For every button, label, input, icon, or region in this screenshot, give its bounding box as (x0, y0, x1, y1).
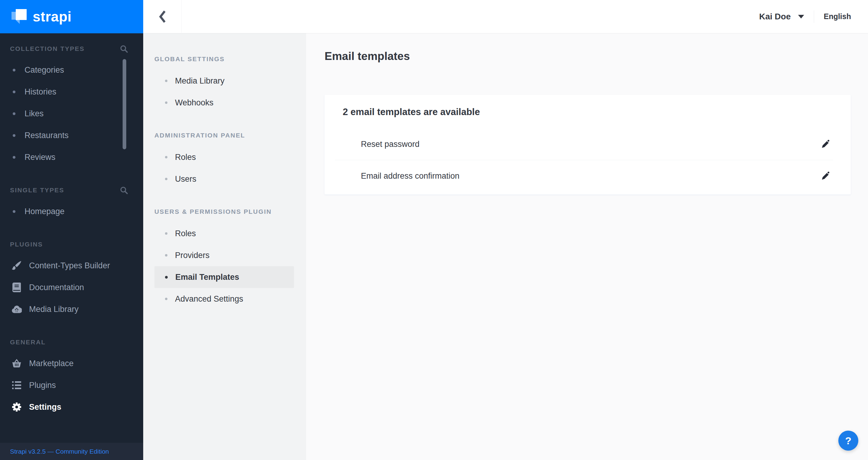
question-mark-icon: ? (845, 435, 851, 447)
settings-item-up-roles[interactable]: Roles (154, 222, 294, 244)
bullet-icon (165, 298, 167, 300)
template-label: Email address confirmation (361, 172, 460, 181)
chevron-left-icon (158, 10, 166, 23)
settings-item-media-library[interactable]: Media Library (154, 70, 294, 92)
bullet-icon (13, 112, 16, 115)
settings-sidebar: GLOBAL SETTINGS Media Library Webhooks A… (143, 33, 306, 460)
sidebar-item-label: Documentation (29, 283, 84, 292)
template-list: Reset password Email address confirmatio… (324, 128, 851, 192)
template-row-reset-password[interactable]: Reset password (324, 128, 851, 160)
email-templates-card: 2 email templates are available Reset pa… (324, 95, 851, 194)
strapi-logo[interactable]: strapi (0, 0, 143, 33)
settings-item-advanced-settings[interactable]: Advanced Settings (154, 288, 294, 310)
sidebar-item-label: Homepage (25, 207, 64, 216)
topbar-right: Kai Doe English (759, 10, 868, 23)
sidebar-item-categories[interactable]: Categories (0, 59, 143, 81)
main-sidebar: strapi COLLECTION TYPES Categories Histo… (0, 0, 143, 460)
topbar-divider (814, 10, 814, 23)
version-link[interactable]: Strapi v3.2.5 — Community Edition (10, 448, 109, 455)
bullet-icon (165, 156, 167, 158)
bullet-icon (165, 80, 167, 82)
section-header-collection-types: COLLECTION TYPES (10, 45, 128, 53)
sidebar-item-settings[interactable]: Settings (0, 396, 143, 418)
logo-wordmark: strapi (33, 8, 71, 25)
sidebar-item-reviews[interactable]: Reviews (0, 146, 143, 168)
bullet-icon (165, 254, 167, 256)
settings-item-label: Roles (175, 229, 196, 238)
template-row-email-confirmation[interactable]: Email address confirmation (324, 160, 851, 192)
edit-reset-password-button[interactable] (820, 139, 831, 150)
card-heading: 2 email templates are available (343, 106, 851, 118)
template-label: Reset password (361, 140, 420, 149)
settings-item-admin-roles[interactable]: Roles (154, 146, 294, 168)
sidebar-item-label: Plugins (29, 381, 56, 390)
settings-item-label: Roles (175, 153, 196, 162)
back-button[interactable] (143, 0, 182, 33)
page-title: Email templates (324, 49, 868, 64)
search-icon[interactable] (120, 45, 128, 53)
settings-section-global: GLOBAL SETTINGS (154, 55, 294, 63)
sidebar-item-media-library[interactable]: Media Library (0, 298, 143, 320)
topbar: Kai Doe English (143, 0, 868, 33)
settings-item-label: Media Library (175, 76, 225, 86)
section-label: COLLECTION TYPES (10, 45, 85, 52)
gear-icon (10, 402, 23, 412)
bullet-icon (13, 91, 16, 93)
strapi-logo-mark-icon (11, 9, 27, 24)
bullet-icon (165, 178, 167, 180)
caret-down-icon (798, 15, 804, 19)
settings-item-label: Users (175, 175, 196, 184)
pencil-icon (821, 140, 830, 149)
search-icon[interactable] (120, 186, 128, 194)
user-name: Kai Doe (759, 12, 790, 22)
settings-item-admin-users[interactable]: Users (154, 168, 294, 190)
sidebar-item-label: Marketplace (29, 359, 73, 368)
section-label: SINGLE TYPES (10, 187, 64, 194)
sidebar-item-label: Histories (25, 87, 56, 97)
cloud-upload-icon (10, 305, 23, 313)
sidebar-item-documentation[interactable]: Documentation (0, 276, 143, 298)
help-button[interactable]: ? (838, 431, 858, 451)
section-header-single-types: SINGLE TYPES (10, 186, 128, 194)
sidebar-item-marketplace[interactable]: Marketplace (0, 352, 143, 374)
settings-item-webhooks[interactable]: Webhooks (154, 92, 294, 114)
basket-icon (10, 359, 23, 368)
settings-item-providers[interactable]: Providers (154, 244, 294, 266)
bullet-icon (165, 101, 167, 104)
app-root: strapi COLLECTION TYPES Categories Histo… (0, 0, 868, 460)
book-icon (10, 282, 23, 292)
edit-email-confirmation-button[interactable] (820, 170, 831, 182)
settings-section-admin-panel: ADMINISTRATION PANEL (154, 132, 294, 140)
settings-item-label: Email Templates (175, 273, 239, 282)
bullet-icon (13, 69, 16, 71)
sidebar-footer: Strapi v3.2.5 — Community Edition (0, 443, 143, 460)
sidebar-item-label: Likes (25, 109, 43, 118)
pencil-icon (821, 172, 830, 181)
section-header-plugins: PLUGINS (10, 241, 128, 248)
sidebar-item-content-types-builder[interactable]: Content-Types Builder (0, 255, 143, 276)
main-content: Email templates 2 email templates are av… (306, 33, 868, 460)
general-list: Marketplace Plugins (0, 352, 143, 418)
sidebar-item-homepage[interactable]: Homepage (0, 201, 143, 222)
user-menu[interactable]: Kai Doe (759, 12, 804, 22)
bullet-icon (13, 210, 16, 213)
sidebar-item-label: Reviews (25, 153, 55, 162)
sidebar-scrollbar-thumb[interactable] (123, 59, 126, 149)
sidebar-item-label: Restaurants (25, 131, 69, 140)
sidebar-item-restaurants[interactable]: Restaurants (0, 124, 143, 146)
sidebar-item-plugins[interactable]: Plugins (0, 374, 143, 396)
locale-selector[interactable]: English (824, 12, 851, 21)
paintbrush-icon (10, 261, 23, 270)
single-types-list: Homepage (0, 201, 143, 222)
section-label: GENERAL (10, 339, 46, 346)
settings-item-label: Webhooks (175, 98, 213, 108)
collection-types-list: Categories Histories Likes Restaurants R… (0, 59, 143, 168)
sidebar-item-label: Settings (29, 402, 61, 412)
settings-item-label: Advanced Settings (175, 294, 243, 304)
sidebar-item-histories[interactable]: Histories (0, 81, 143, 103)
sidebar-item-likes[interactable]: Likes (0, 103, 143, 124)
section-header-general: GENERAL (10, 338, 128, 346)
bullet-icon (13, 134, 16, 137)
settings-item-email-templates[interactable]: Email Templates (154, 266, 294, 288)
settings-item-label: Providers (175, 251, 210, 260)
